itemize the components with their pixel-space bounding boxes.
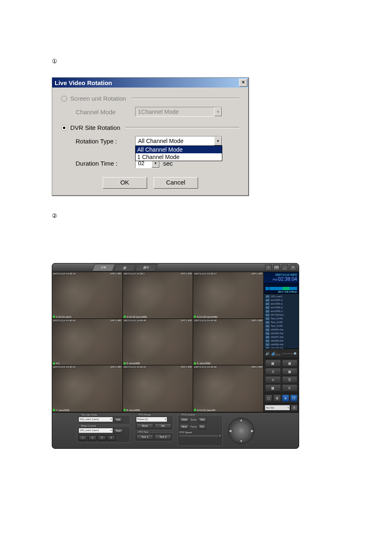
camera-label: 8: (accz008) <box>124 409 140 411</box>
dropdown-option-1-channel[interactable]: 1 Channel Mode <box>136 153 222 161</box>
dvr-site-list[interactable]: 105_user1accz005 (uaccz006 (uaccz008 (ua… <box>264 294 299 349</box>
dvr-icon <box>265 314 270 316</box>
ok-button[interactable]: OK <box>103 177 147 189</box>
dvr-list-item[interactable]: MV-424ntsc <box>264 313 299 317</box>
move-button[interactable]: Move <box>136 423 153 429</box>
bandwidth-text: 285.2 / 236.3 KB/sec <box>278 291 297 293</box>
status-dot-icon <box>53 409 55 411</box>
speaker-icon[interactable]: 🔊 <box>265 352 270 355</box>
camera-tile[interactable]: 2007/11/14 14:39:56640 x 4809:CH 01 (acc… <box>193 365 263 412</box>
layout-button[interactable]: ▢ <box>265 395 272 402</box>
ptz-control-title: PTZ Control <box>180 413 196 416</box>
dvr-icon <box>265 325 270 328</box>
close-button[interactable]: × <box>239 79 247 87</box>
cancel-button[interactable]: Cancel <box>154 177 198 189</box>
dvr-list-item[interactable]: cbk094.rilat <box>264 328 299 332</box>
relay-button-4[interactable]: 4 <box>107 435 115 441</box>
camera-tile[interactable]: 2007/11/14 14:38:1640 x 4802:CH 02 (accz… <box>123 272 193 319</box>
dvr-list-item[interactable]: cbk098.rilat <box>264 339 299 343</box>
dvr-list-item[interactable]: Test_DVR( <box>264 321 299 324</box>
side-s-button[interactable]: S <box>291 405 297 411</box>
tele-button[interactable]: Tele <box>198 417 207 422</box>
close-icon[interactable]: ✕ <box>290 265 296 270</box>
volume-slider[interactable] <box>281 353 297 354</box>
ptz-preset-combo[interactable]: Preset [1] <box>136 417 167 422</box>
help-icon[interactable]: ? <box>265 265 272 270</box>
relay-button-1[interactable]: 1 <box>79 435 87 441</box>
camera-timestamp: 2007/11/14 14:40:40 <box>53 319 76 322</box>
camera-tile[interactable]: 2007/11/14 14:40:40640 x 4805: (accz008) <box>123 319 193 365</box>
ptz-speed-slider[interactable] <box>180 435 218 436</box>
screen-unit-rotation-radio-row: Screen unit Rotation <box>61 95 239 102</box>
ptz-up-icon[interactable]: ▲ <box>240 418 243 422</box>
camera-tile[interactable]: 2007/11/14 14:40:40640 x 4806: (accz008) <box>193 319 263 365</box>
wide-button[interactable]: Wide <box>180 417 189 422</box>
relay-button-3[interactable]: 3 <box>98 435 106 441</box>
side-tool-button[interactable]: ☰ <box>282 376 298 383</box>
near-button[interactable]: Near <box>180 424 189 429</box>
two-way-audio-panel: Two way Audio 105_user1 (user1 Talk <box>77 415 130 425</box>
two-way-audio-combo[interactable]: 105_user1 (user1 <box>79 417 113 422</box>
side-tool-button[interactable]: ▦ <box>282 360 298 367</box>
relay-combo[interactable]: 105_user1 (user1 <box>79 428 113 433</box>
camera-tile[interactable]: 2007/11/14 14:38:16640 x 4801:CH 01 (acc… <box>52 272 122 319</box>
camera-tile[interactable]: 2007/11/14 14:40:40640 x 4804:C <box>52 319 122 365</box>
ptz-left-icon[interactable]: ◀ <box>229 429 231 432</box>
status-dot-icon <box>53 362 55 365</box>
clock-date: 2007/11/14 WED <box>265 273 297 276</box>
dialog-titlebar: Live Video Rotation × <box>52 78 248 88</box>
side-tool-button[interactable]: ▦ <box>265 360 281 367</box>
ptz-down-icon[interactable]: ▼ <box>240 439 243 443</box>
dvr-list-item[interactable]: cbk095.rilat <box>264 332 299 335</box>
dropdown-option-all-channel[interactable]: All Channel Mode <box>136 146 222 153</box>
live-video-rotation-dialog: Live Video Rotation × Screen unit Rotati… <box>52 77 249 196</box>
dvr-site-rotation-label: DVR Site Rotation <box>70 124 120 131</box>
far-button[interactable]: Far <box>198 424 206 429</box>
dvr-list-item[interactable]: Test_DVR( <box>264 317 299 321</box>
layout-button[interactable]: ❐ <box>290 395 297 402</box>
side-tool-button[interactable]: ⎙ <box>265 368 281 375</box>
side-tool-button[interactable]: ▦ <box>265 384 281 392</box>
dvr-list-item[interactable]: accz009 (u <box>264 309 299 313</box>
talk-button[interactable]: Talk <box>114 417 122 422</box>
side-preset-combo[interactable]: Not Set <box>265 405 290 410</box>
tour2-button[interactable]: Tour 2 <box>154 434 171 440</box>
dvr-list-item[interactable]: cbk097.rilat <box>264 335 299 339</box>
dvr-list-item[interactable]: accz005 (u <box>264 298 299 302</box>
dvr-list-item[interactable]: accz006 (u <box>264 302 299 306</box>
camera-tile[interactable]: 2007/11/14 14:38:17640 x 4803:CH 03 (acc… <box>193 272 263 319</box>
relay-control-title: Relay Control <box>80 425 97 427</box>
camera-tile[interactable]: 2007/11/14 14:40:41640 x 4807: (accz008) <box>52 365 122 412</box>
start-button[interactable]: Start <box>114 428 123 434</box>
dvr-site-rotation-radio[interactable] <box>61 125 67 131</box>
screen-unit-rotation-radio[interactable] <box>61 96 67 102</box>
chevron-down-icon[interactable]: ▼ <box>214 136 222 145</box>
layout-button[interactable]: ⊞ <box>273 395 281 402</box>
side-tool-button[interactable]: ⎋ <box>265 376 281 383</box>
side-tool-button[interactable]: ⎘ <box>282 384 298 392</box>
ptz-speed-label: PTZ Speed <box>180 431 221 434</box>
dvr-list-item[interactable]: 105_user1 <box>264 295 299 298</box>
keyboard-icon[interactable]: ⌨ <box>273 265 280 270</box>
cms-tab-live[interactable]: ⧉◉ <box>92 264 115 271</box>
cms-tab-setup[interactable]: ▦⧉ <box>135 264 158 271</box>
dvr-list-item[interactable]: accz008 (u <box>264 306 299 309</box>
minimize-icon[interactable]: _ <box>281 265 288 270</box>
ptz-center-button[interactable] <box>237 426 246 435</box>
camera-tile[interactable]: 2007/11/14 14:40:41640 x 4808: (accz008) <box>123 365 193 412</box>
layout-button[interactable]: 9 <box>282 395 289 402</box>
side-tool-button[interactable]: ▦ <box>282 368 298 375</box>
dvr-list-item[interactable]: cbk099.rilat <box>264 343 299 346</box>
ptz-right-icon[interactable]: ▶ <box>251 429 254 432</box>
dvr-list-item[interactable]: Test_DVR( <box>264 324 299 328</box>
camera-resolution: 640 x 480 <box>111 272 121 275</box>
cms-tab-search[interactable]: ▦ <box>113 264 137 271</box>
camera-timestamp: 2007/11/14 14:40:40 <box>124 319 146 322</box>
camera-label: 3:CH 03 (accz008) <box>194 316 217 318</box>
tour1-button[interactable]: Tour 1 <box>136 434 153 440</box>
relay-button-2[interactable]: 2 <box>88 435 97 441</box>
camera-resolution: 640 x 480 <box>181 366 192 368</box>
marker-one: ① <box>52 58 348 65</box>
rotation-type-combo[interactable]: All Channel Mode ▼ All Channel Mode 1 Ch… <box>135 136 222 146</box>
set-button[interactable]: Set <box>154 423 171 429</box>
